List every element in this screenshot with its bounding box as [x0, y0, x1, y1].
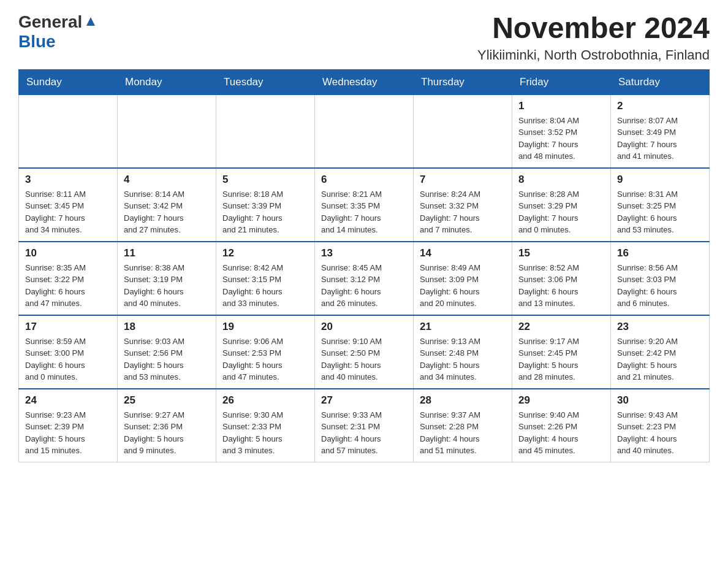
calendar-cell: 15Sunrise: 8:52 AM Sunset: 3:06 PM Dayli… [512, 242, 611, 315]
day-number: 26 [222, 394, 308, 407]
day-info: Sunrise: 9:23 AM Sunset: 2:39 PM Dayligh… [25, 409, 111, 457]
calendar-cell: 2Sunrise: 8:07 AM Sunset: 3:49 PM Daylig… [611, 94, 710, 168]
day-number: 30 [617, 394, 703, 407]
calendar-cell: 23Sunrise: 9:20 AM Sunset: 2:42 PM Dayli… [611, 315, 710, 389]
day-info: Sunrise: 8:45 AM Sunset: 3:12 PM Dayligh… [321, 262, 407, 310]
day-info: Sunrise: 9:37 AM Sunset: 2:28 PM Dayligh… [420, 409, 506, 457]
calendar-cell: 25Sunrise: 9:27 AM Sunset: 2:36 PM Dayli… [118, 389, 216, 462]
weekday-header-saturday: Saturday [611, 69, 710, 94]
title-area: November 2024 Ylikiiminki, North Ostrobo… [477, 12, 710, 63]
calendar-week-row: 1Sunrise: 8:04 AM Sunset: 3:52 PM Daylig… [19, 94, 710, 168]
day-number: 14 [420, 247, 506, 259]
day-info: Sunrise: 9:17 AM Sunset: 2:45 PM Dayligh… [518, 335, 604, 383]
day-number: 3 [25, 174, 111, 186]
calendar-cell [19, 94, 118, 168]
day-number: 15 [518, 247, 604, 259]
calendar-week-row: 17Sunrise: 8:59 AM Sunset: 3:00 PM Dayli… [19, 315, 710, 389]
day-number: 13 [321, 247, 407, 259]
day-info: Sunrise: 9:03 AM Sunset: 2:56 PM Dayligh… [124, 335, 210, 383]
calendar-cell: 20Sunrise: 9:10 AM Sunset: 2:50 PM Dayli… [315, 315, 414, 389]
day-info: Sunrise: 8:42 AM Sunset: 3:15 PM Dayligh… [222, 262, 308, 310]
day-info: Sunrise: 9:20 AM Sunset: 2:42 PM Dayligh… [617, 335, 703, 383]
header: General Blue November 2024 Ylikiiminki, … [18, 12, 710, 63]
day-number: 29 [518, 394, 604, 407]
calendar: SundayMondayTuesdayWednesdayThursdayFrid… [18, 69, 710, 462]
day-info: Sunrise: 9:30 AM Sunset: 2:33 PM Dayligh… [222, 409, 308, 457]
day-number: 7 [420, 174, 506, 186]
logo-triangle-icon [84, 15, 97, 31]
calendar-cell: 5Sunrise: 8:18 AM Sunset: 3:39 PM Daylig… [216, 168, 315, 242]
day-number: 25 [124, 394, 210, 407]
day-number: 2 [617, 100, 703, 112]
calendar-cell: 1Sunrise: 8:04 AM Sunset: 3:52 PM Daylig… [512, 94, 611, 168]
calendar-cell: 19Sunrise: 9:06 AM Sunset: 2:53 PM Dayli… [216, 315, 315, 389]
weekday-header-wednesday: Wednesday [315, 69, 414, 94]
day-info: Sunrise: 9:43 AM Sunset: 2:23 PM Dayligh… [617, 409, 703, 457]
day-number: 23 [617, 321, 703, 333]
day-info: Sunrise: 8:52 AM Sunset: 3:06 PM Dayligh… [518, 262, 604, 310]
calendar-week-row: 3Sunrise: 8:11 AM Sunset: 3:45 PM Daylig… [19, 168, 710, 242]
day-number: 18 [124, 321, 210, 333]
svg-marker-0 [86, 17, 95, 26]
day-number: 11 [124, 247, 210, 259]
day-info: Sunrise: 8:04 AM Sunset: 3:52 PM Dayligh… [518, 115, 604, 163]
day-number: 22 [518, 321, 604, 333]
calendar-cell: 21Sunrise: 9:13 AM Sunset: 2:48 PM Dayli… [414, 315, 512, 389]
month-title: November 2024 [477, 12, 710, 45]
calendar-cell: 30Sunrise: 9:43 AM Sunset: 2:23 PM Dayli… [611, 389, 710, 462]
calendar-cell [216, 94, 315, 168]
day-number: 5 [222, 174, 308, 186]
weekday-header-row: SundayMondayTuesdayWednesdayThursdayFrid… [19, 69, 710, 94]
location-text: Ylikiiminki, North Ostrobothnia, Finland [477, 47, 710, 63]
calendar-cell: 9Sunrise: 8:31 AM Sunset: 3:25 PM Daylig… [611, 168, 710, 242]
day-info: Sunrise: 8:38 AM Sunset: 3:19 PM Dayligh… [124, 262, 210, 310]
day-number: 20 [321, 321, 407, 333]
calendar-cell: 7Sunrise: 8:24 AM Sunset: 3:32 PM Daylig… [414, 168, 512, 242]
day-number: 6 [321, 174, 407, 186]
calendar-cell: 28Sunrise: 9:37 AM Sunset: 2:28 PM Dayli… [414, 389, 512, 462]
calendar-week-row: 24Sunrise: 9:23 AM Sunset: 2:39 PM Dayli… [19, 389, 710, 462]
calendar-cell: 14Sunrise: 8:49 AM Sunset: 3:09 PM Dayli… [414, 242, 512, 315]
day-info: Sunrise: 9:06 AM Sunset: 2:53 PM Dayligh… [222, 335, 308, 383]
logo-general-text: General [18, 12, 82, 32]
day-info: Sunrise: 8:24 AM Sunset: 3:32 PM Dayligh… [420, 188, 506, 236]
day-info: Sunrise: 8:59 AM Sunset: 3:00 PM Dayligh… [25, 335, 111, 383]
calendar-week-row: 10Sunrise: 8:35 AM Sunset: 3:22 PM Dayli… [19, 242, 710, 315]
calendar-cell: 24Sunrise: 9:23 AM Sunset: 2:39 PM Dayli… [19, 389, 118, 462]
weekday-header-thursday: Thursday [414, 69, 512, 94]
weekday-header-friday: Friday [512, 69, 611, 94]
calendar-cell [414, 94, 512, 168]
day-info: Sunrise: 8:28 AM Sunset: 3:29 PM Dayligh… [518, 188, 604, 236]
weekday-header-tuesday: Tuesday [216, 69, 315, 94]
day-number: 24 [25, 394, 111, 407]
day-info: Sunrise: 8:14 AM Sunset: 3:42 PM Dayligh… [124, 188, 210, 236]
day-number: 21 [420, 321, 506, 333]
day-info: Sunrise: 8:07 AM Sunset: 3:49 PM Dayligh… [617, 115, 703, 163]
day-info: Sunrise: 9:13 AM Sunset: 2:48 PM Dayligh… [420, 335, 506, 383]
day-info: Sunrise: 9:27 AM Sunset: 2:36 PM Dayligh… [124, 409, 210, 457]
calendar-cell: 11Sunrise: 8:38 AM Sunset: 3:19 PM Dayli… [118, 242, 216, 315]
day-number: 8 [518, 174, 604, 186]
day-number: 9 [617, 174, 703, 186]
weekday-header-sunday: Sunday [19, 69, 118, 94]
calendar-cell [118, 94, 216, 168]
calendar-cell: 12Sunrise: 8:42 AM Sunset: 3:15 PM Dayli… [216, 242, 315, 315]
calendar-cell: 22Sunrise: 9:17 AM Sunset: 2:45 PM Dayli… [512, 315, 611, 389]
day-number: 19 [222, 321, 308, 333]
calendar-cell: 6Sunrise: 8:21 AM Sunset: 3:35 PM Daylig… [315, 168, 414, 242]
day-info: Sunrise: 8:35 AM Sunset: 3:22 PM Dayligh… [25, 262, 111, 310]
calendar-cell: 3Sunrise: 8:11 AM Sunset: 3:45 PM Daylig… [19, 168, 118, 242]
calendar-cell: 13Sunrise: 8:45 AM Sunset: 3:12 PM Dayli… [315, 242, 414, 315]
calendar-cell: 27Sunrise: 9:33 AM Sunset: 2:31 PM Dayli… [315, 389, 414, 462]
day-number: 27 [321, 394, 407, 407]
day-number: 4 [124, 174, 210, 186]
calendar-cell: 26Sunrise: 9:30 AM Sunset: 2:33 PM Dayli… [216, 389, 315, 462]
day-number: 1 [518, 100, 604, 112]
day-info: Sunrise: 9:40 AM Sunset: 2:26 PM Dayligh… [518, 409, 604, 457]
day-info: Sunrise: 8:56 AM Sunset: 3:03 PM Dayligh… [617, 262, 703, 310]
day-info: Sunrise: 8:18 AM Sunset: 3:39 PM Dayligh… [222, 188, 308, 236]
logo: General Blue [18, 12, 97, 52]
calendar-cell: 17Sunrise: 8:59 AM Sunset: 3:00 PM Dayli… [19, 315, 118, 389]
day-number: 10 [25, 247, 111, 259]
day-number: 17 [25, 321, 111, 333]
